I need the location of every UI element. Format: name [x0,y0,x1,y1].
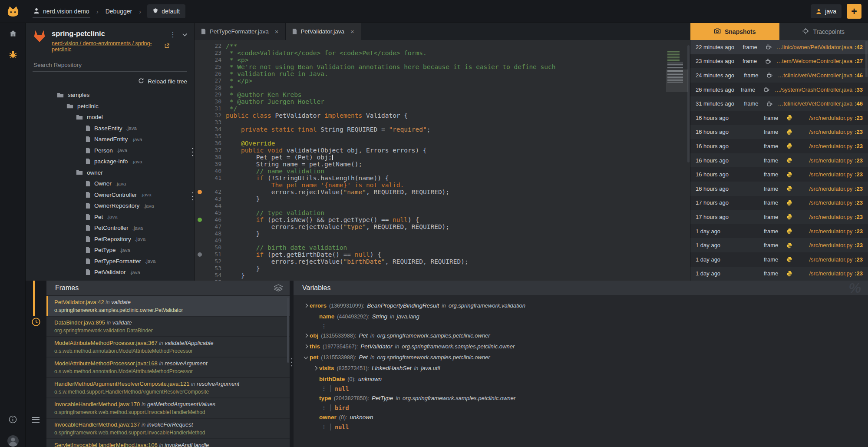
collapse-panel-button[interactable] [182,31,188,39]
debugger-nav-button[interactable] [0,44,26,65]
editor-gutter[interactable]: 22 [195,43,221,50]
chevron-icon[interactable] [302,357,310,358]
snapshot-row[interactable]: 16 hours ago frame /src/nerdulator.py:23 [690,153,868,168]
tree-item[interactable]: BaseEntity.java [26,123,194,134]
variable-row[interactable]: visits (835273451): LinkedHashSet in jav… [297,363,868,374]
variable-row[interactable]: name (440493292): String in java.lang [297,311,868,322]
snapshot-row[interactable]: 17 hours ago frame /src/nerdulator.py:23 [690,210,868,224]
editor-gutter[interactable]: 53 [195,265,221,272]
editor-gutter[interactable] [195,182,221,189]
repo-menu-button[interactable]: ⋮ [169,31,176,38]
snapshot-link[interactable]: /src/nerdulator.py:23 [798,199,863,206]
snapshot-row[interactable]: 26 minutes ago frame …/system/CrashContr… [690,83,868,97]
info-button[interactable] [0,409,26,430]
snapshot-link[interactable]: /src/nerdulator.py:23 [798,171,863,178]
frame-row[interactable]: InvocableHandlerMethod.java:137 in invok… [46,419,290,438]
breakpoint-dot[interactable] [198,190,202,194]
tree-item[interactable]: PetRepository.java [26,234,194,245]
variable-row[interactable]: type (2043827850): PetType in org.spring… [297,393,868,404]
snapshot-row[interactable]: 23 minutes ago frame …tem/WelcomeControl… [690,54,868,69]
search-input[interactable] [33,62,186,68]
tree-item[interactable]: Pet.java [26,212,194,223]
tree-item[interactable]: model [26,112,194,123]
tree-item[interactable]: petclinic [26,101,194,112]
editor-gutter[interactable]: 42 [195,189,221,195]
tree-item[interactable]: PetController.java [26,222,194,234]
snapshot-link[interactable]: /src/nerdulator.py:23 [798,270,863,277]
tree-item[interactable]: owner [26,167,194,179]
editor-gutter[interactable]: 26 [195,70,221,77]
kebab-icon[interactable]: ⋮ [320,424,327,430]
code-editor[interactable]: 22 /** 23 * <code>Validator</code> for <… [195,40,690,281]
snapshot-link[interactable]: …tclinic/vet/VetController.java:46 [778,100,863,107]
editor-gutter[interactable]: 33 [195,119,221,126]
breakpoint-dot[interactable] [198,252,202,257]
editor-gutter[interactable]: 47 [195,223,221,230]
minimap-viewport[interactable] [666,70,688,92]
frame-row[interactable]: InvocableHandlerMethod.java:170 in getMe… [46,398,290,418]
history-button[interactable] [31,317,41,328]
editor-gutter[interactable]: 32 [195,112,221,119]
snapshot-link[interactable]: /src/nerdulator.py:23 [798,143,863,149]
tree-item[interactable]: Owner.java [26,178,194,189]
editor-gutter[interactable]: 54 [195,272,221,279]
chevron-icon[interactable] [312,367,319,370]
snapshot-link[interactable]: …tem/WelcomeController.java:27 [776,58,863,64]
frame-row[interactable]: DataBinder.java:895 in validate org.spri… [46,317,290,336]
tree-item[interactable]: PetType.java [26,245,194,256]
java-runtime-button[interactable]: java [811,4,842,18]
snapshot-row[interactable]: 16 hours ago frame /src/nerdulator.py:23 [690,139,868,153]
editor-gutter[interactable]: 27 [195,77,221,84]
frame-row[interactable]: ModelAttributeMethodProcessor.java:168 i… [46,358,290,377]
snapshot-row[interactable]: 1 day ago frame /src/nerdulator.py:23 [690,238,868,252]
editor-gutter[interactable]: 36 [195,140,221,147]
menu-button[interactable] [32,415,40,424]
editor-gutter[interactable]: 49 [195,237,221,244]
snapshot-link[interactable]: …/system/CrashController.java:33 [775,86,863,93]
editor-gutter[interactable]: 37 [195,147,221,154]
snapshot-row[interactable]: 16 hours ago frame /src/nerdulator.py:23 [690,125,868,139]
snapshot-link[interactable]: /src/nerdulator.py:23 [798,256,863,263]
snapshot-row[interactable]: 31 minutes ago frame …tclinic/vet/VetCon… [690,96,868,111]
editor-gutter[interactable]: 35 [195,133,221,140]
editor-gutter[interactable]: 41 [195,175,221,182]
snapshot-link[interactable]: …linic/owner/PetValidator.java:42 [777,44,863,50]
layers-icon[interactable] [274,284,283,291]
chevron-icon[interactable] [302,304,310,307]
variable-row[interactable]: obj (1315533988): Pet in org.springframe… [297,330,868,341]
variable-row[interactable]: birthDate (0): unknown [297,374,868,384]
snapshot-row[interactable]: 17 hours ago frame /src/nerdulator.py:23 [690,196,868,210]
variable-row[interactable]: errors (1369931099): BeanPropertyBinding… [297,300,868,311]
snapshot-link[interactable]: /src/nerdulator.py:23 [798,228,863,235]
snapshot-link[interactable]: /src/nerdulator.py:23 [798,115,863,121]
breadcrumb-item-default[interactable]: default [147,4,185,18]
chevron-icon[interactable] [302,345,310,348]
minimap[interactable] [667,51,686,83]
snapshot-row[interactable]: 22 minutes ago frame …linic/owner/PetVal… [690,40,868,54]
editor-gutter[interactable]: 24 [195,56,221,63]
editor-gutter[interactable]: 48 [195,230,221,237]
snapshot-row[interactable]: 16 hours ago frame /src/nerdulator.py:23 [690,182,868,196]
tab-snapshots[interactable]: Snapshots [690,23,779,40]
editor-gutter[interactable]: 25 [195,63,221,70]
editor-gutter[interactable]: 31 [195,105,221,112]
editor-gutter[interactable]: 40 [195,168,221,175]
tree-item[interactable]: OwnerRepository.java [26,200,194,212]
editor-gutter[interactable]: 29 [195,91,221,98]
frames-scrollbar[interactable] [287,298,289,363]
editor-tab[interactable]: PetTypeFormatter.java × [195,23,286,40]
app-logo[interactable] [0,0,26,23]
frame-row[interactable]: HandlerMethodArgumentResolverComposite.j… [46,378,290,397]
reload-file-tree-button[interactable]: Reload file tree [138,78,187,85]
snapshot-row[interactable]: 1 day ago frame /src/nerdulator.py:23 [690,252,868,267]
kebab-icon[interactable]: ⋮ [320,404,327,411]
editor-gutter[interactable]: 52 [195,258,221,265]
frame-row[interactable]: ServletInvocableHandlerMethod.java:106 i… [46,439,290,447]
frame-row[interactable]: PetValidator.java:42 in validate o.sprin… [46,296,290,316]
kebab-icon[interactable]: ⋮ [320,323,327,329]
tree-item[interactable]: samples [26,89,194,101]
frame-row[interactable]: ModelAttributeMethodProcessor.java:367 i… [46,337,290,357]
editor-gutter[interactable]: 44 [195,202,221,209]
editor-gutter[interactable]: 51 [195,251,221,258]
chevron-icon[interactable] [302,334,310,337]
